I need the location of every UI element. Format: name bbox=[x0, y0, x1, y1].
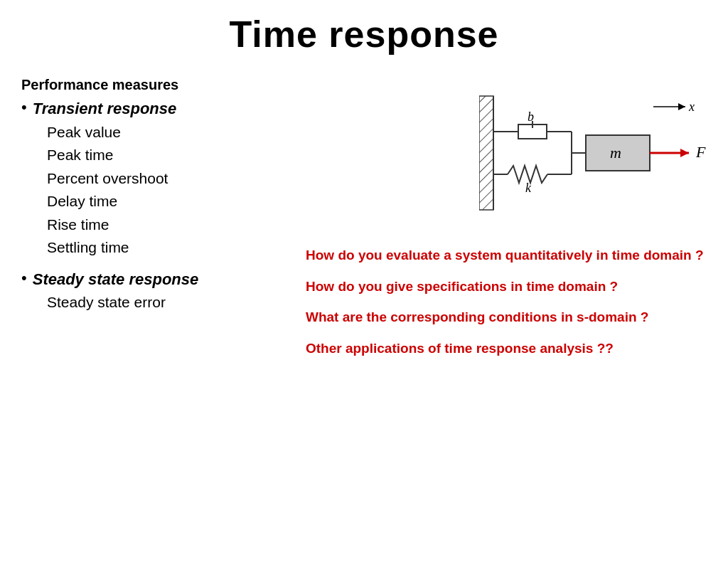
question-4-text: Other applications of time response anal… bbox=[306, 339, 707, 358]
transient-sub-items: Peak value Peak time Percent overshoot D… bbox=[47, 121, 291, 260]
page-title: Time response bbox=[0, 0, 728, 63]
force-label: F bbox=[695, 143, 706, 161]
question-2-text: How do you give specifications in time d… bbox=[306, 277, 707, 296]
question-2-block: How do you give specifications in time d… bbox=[306, 277, 707, 296]
mass-label: m bbox=[610, 144, 621, 161]
question-1-block: How do you evaluate a system quantitativ… bbox=[306, 246, 707, 265]
transient-label: Transient response bbox=[33, 99, 177, 120]
bullet-dot-1: • bbox=[21, 97, 27, 118]
sub-percent-overshoot: Percent overshoot bbox=[47, 167, 291, 191]
sub-peak-value: Peak value bbox=[47, 121, 291, 144]
svg-marker-13 bbox=[680, 149, 689, 157]
perf-measures-title: Performance measures bbox=[21, 77, 291, 93]
x-label: x bbox=[688, 100, 695, 114]
steady-state-sub-items: Steady state error bbox=[47, 291, 291, 314]
transient-section: • Transient response Peak value Peak tim… bbox=[21, 99, 291, 260]
svg-rect-1 bbox=[479, 96, 493, 210]
bullet-dot-2: • bbox=[21, 268, 27, 289]
question-4-block: Other applications of time response anal… bbox=[306, 339, 707, 358]
sub-peak-time: Peak time bbox=[47, 144, 291, 167]
sub-settling-time: Settling time bbox=[47, 236, 291, 260]
question-3-text: What are the corresponding conditions in… bbox=[306, 308, 707, 327]
left-column: Performance measures • Transient respons… bbox=[21, 77, 291, 358]
steady-state-section: • Steady state response Steady state err… bbox=[21, 270, 291, 314]
question-3-block: What are the corresponding conditions in… bbox=[306, 308, 707, 327]
mechanical-diagram: m F x b k bbox=[479, 82, 707, 238]
question-1-text: How do you evaluate a system quantitativ… bbox=[306, 246, 707, 265]
steady-state-label: Steady state response bbox=[33, 270, 199, 290]
svg-marker-15 bbox=[678, 103, 685, 110]
sub-steady-state-error: Steady state error bbox=[47, 291, 291, 314]
b-label: b bbox=[528, 110, 534, 124]
k-label: k bbox=[525, 181, 532, 195]
sub-rise-time: Rise time bbox=[47, 213, 291, 237]
sub-delay-time: Delay time bbox=[47, 190, 291, 213]
